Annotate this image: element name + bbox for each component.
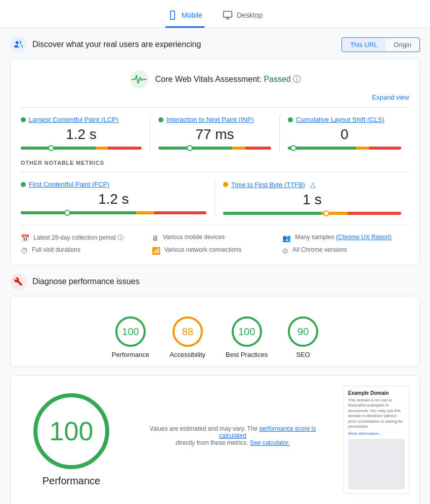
ttfb-value: 1 s — [223, 192, 401, 208]
tab-mobile-label: Mobile — [182, 11, 202, 19]
inp-bar — [158, 147, 271, 150]
performance-circle: 100 — [115, 316, 146, 347]
info-chrome-versions: ⊙ All Chrome versions — [282, 246, 409, 255]
info-visit: ⏱ Full visit durations — [21, 246, 148, 255]
accessibility-label: Accessibility — [169, 351, 205, 358]
seo-circle: 90 — [288, 316, 318, 347]
timer-icon: ⏱ — [21, 247, 28, 255]
svg-rect-2 — [224, 12, 232, 18]
seo-label: SEO — [296, 351, 310, 358]
mobile-icon — [167, 10, 178, 20]
fcp-value: 1.2 s — [21, 191, 206, 207]
big-score-section: 100 Performance — [21, 393, 122, 487]
visit-text: Full visit durations — [32, 246, 80, 253]
score-seo[interactable]: 90 SEO — [288, 316, 318, 358]
cls-value: 0 — [288, 126, 401, 143]
tab-mobile[interactable]: Mobile — [165, 6, 204, 28]
chrome-ux-report-link[interactable]: (Chrome UX Report) — [336, 234, 392, 241]
screenshot-text: This domain is for use in illustrative e… — [348, 398, 405, 429]
collection-text: Latest 28-day collection period ⓘ — [33, 234, 123, 242]
big-performance-label: Performance — [42, 475, 101, 487]
lcp-bar — [21, 147, 142, 150]
cwv-help-icon[interactable]: ⓘ — [293, 75, 301, 83]
expand-view-button[interactable]: Expand view — [21, 94, 409, 101]
samples-text: Many samples (Chrome UX Report) — [295, 234, 392, 241]
cls-bar — [288, 147, 401, 150]
cls-dot — [288, 117, 293, 122]
url-toggle: This URL Origin — [341, 37, 420, 52]
score-accessibility[interactable]: 88 Accessibility — [169, 316, 205, 358]
network-icon: 📶 — [152, 247, 160, 255]
performance-detail-card: 100 Performance Values are estimated and… — [10, 375, 420, 504]
ttfb-warning-icon[interactable]: △ — [310, 180, 316, 189]
best-practices-circle: 100 — [232, 316, 262, 347]
performance-label: Performance — [112, 351, 149, 358]
cls-link[interactable]: Cumulative Layout Shift (CLS) — [296, 116, 384, 123]
network-text: Various network connections — [164, 246, 242, 253]
metric-cls: Cumulative Layout Shift (CLS) 0 — [280, 116, 409, 152]
chrome-text: All Chrome versions — [292, 246, 347, 253]
screenshot-link[interactable]: More information... — [348, 431, 405, 436]
inp-value: 77 ms — [158, 126, 271, 143]
svg-rect-0 — [170, 11, 175, 20]
period-help[interactable]: ⓘ — [117, 234, 123, 241]
cwv-pulse-icon — [129, 69, 149, 89]
main-content: Discover what your real users are experi… — [0, 28, 430, 504]
this-url-button[interactable]: This URL — [342, 38, 385, 52]
calculator-link[interactable]: See calculator. — [250, 439, 290, 446]
fcp-dot — [21, 182, 26, 187]
diagnose-icon — [10, 273, 26, 290]
score-performance[interactable]: 100 Performance — [112, 316, 149, 358]
main-metrics-grid: Largest Contentful Paint (LCP) 1.2 s Int… — [21, 107, 409, 152]
svg-point-5 — [16, 41, 19, 44]
other-metrics-label: OTHER NOTABLE METRICS — [21, 160, 409, 166]
info-devices: 🖥 Various mobile devices — [152, 234, 279, 242]
real-users-title: Discover what your real users are experi… — [32, 40, 201, 49]
accessibility-circle: 88 — [173, 316, 203, 347]
info-collection-period: 📅 Latest 28-day collection period ⓘ — [21, 234, 148, 242]
diagnose-title: Diagnose performance issues — [32, 277, 140, 286]
origin-button[interactable]: Origin — [385, 38, 419, 52]
diagnose-header: Diagnose performance issues — [10, 273, 420, 290]
tab-bar: Mobile Desktop — [0, 0, 430, 28]
score-best-practices[interactable]: 100 Best Practices — [226, 316, 268, 358]
performance-note: Values are estimated and may vary. The p… — [142, 425, 323, 446]
cwv-header: Core Web Vitals Assessment: Passed ⓘ — [21, 69, 409, 89]
screenshot-image-area — [348, 439, 405, 489]
chrome-icon: ⊙ — [282, 247, 288, 255]
ttfb-link[interactable]: Time to First Byte (TTFB) — [231, 181, 305, 189]
lcp-value: 1.2 s — [21, 126, 142, 143]
screenshot-title: Example Domain — [348, 390, 405, 396]
inp-link[interactable]: Interaction to Next Paint (INP) — [166, 116, 254, 123]
people-icon: 👥 — [282, 234, 291, 242]
other-metrics-grid: First Contentful Paint (FCP) 1.2 s Time … — [21, 172, 409, 217]
real-users-header: Discover what your real users are experi… — [10, 36, 420, 53]
section-icon — [10, 36, 26, 53]
cwv-card: Core Web Vitals Assessment: Passed ⓘ Exp… — [10, 59, 420, 265]
metric-lcp: Largest Contentful Paint (LCP) 1.2 s — [21, 116, 150, 152]
tab-desktop-label: Desktop — [237, 11, 263, 19]
inp-dot — [158, 117, 163, 122]
score-circles: 100 Performance 88 Accessibility 100 Bes… — [21, 306, 409, 362]
ttfb-dot — [223, 182, 228, 187]
devices-text: Various mobile devices — [163, 234, 225, 241]
info-samples: 👥 Many samples (Chrome UX Report) — [282, 234, 409, 242]
lcp-link[interactable]: Largest Contentful Paint (LCP) — [29, 116, 118, 123]
best-practices-label: Best Practices — [226, 351, 268, 358]
tab-desktop[interactable]: Desktop — [221, 6, 265, 28]
cwv-title: Core Web Vitals Assessment: Passed ⓘ — [155, 74, 301, 85]
calendar-icon: 📅 — [21, 234, 29, 242]
screenshot-preview: Example Domain This domain is for use in… — [343, 386, 409, 494]
users-icon — [14, 40, 23, 49]
perf-detail-content: 100 Performance Values are estimated and… — [11, 376, 419, 504]
wrench-icon — [14, 277, 23, 286]
ttfb-bar — [223, 212, 401, 215]
metric-inp: Interaction to Next Paint (INP) 77 ms — [150, 116, 280, 152]
fcp-link[interactable]: First Contentful Paint (FCP) — [29, 180, 110, 188]
metric-fcp: First Contentful Paint (FCP) 1.2 s — [21, 180, 215, 217]
metric-ttfb: Time to First Byte (TTFB) △ 1 s — [215, 180, 409, 217]
perf-note-section: Values are estimated and may vary. The p… — [142, 425, 323, 454]
devices-icon: 🖥 — [152, 234, 159, 242]
section-title-row: Discover what your real users are experi… — [10, 36, 201, 53]
info-network: 📶 Various network connections — [152, 246, 279, 255]
